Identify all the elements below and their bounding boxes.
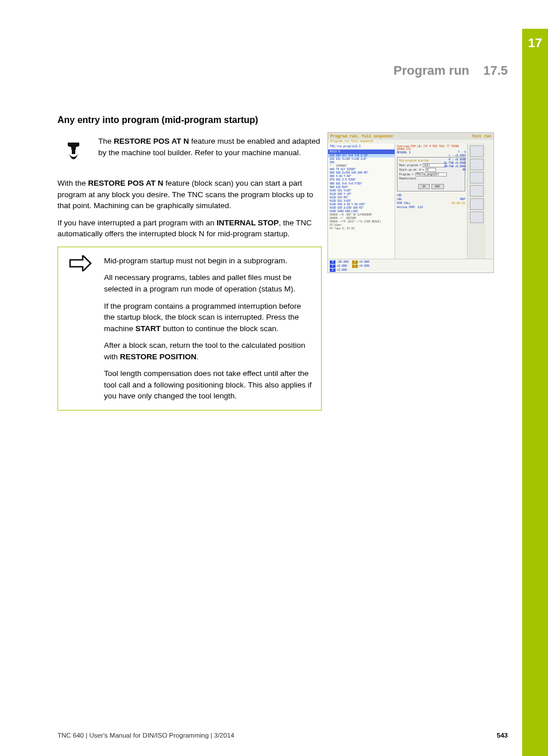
note-item: If the program contains a programmed int… — [104, 301, 313, 335]
note-item: Mid-program startup must not begin in a … — [104, 255, 313, 267]
cnc-screenshot: Program run, full sequence Test run Prog… — [327, 132, 494, 273]
machine-note-text: The RESTORE POS AT N feature must be ena… — [98, 136, 322, 158]
ss-panel-icon[interactable] — [470, 159, 484, 170]
coord-x: -30.000 — [337, 260, 349, 264]
paragraph: If you have interrupted a part program w… — [57, 217, 322, 240]
ss-line: FF 7ime 0: 07:02 — [328, 227, 395, 231]
coord-c: +0.000 — [359, 264, 369, 268]
ss-program-list: TNC:\nc_prog\113.I %113 G N10 G30 G17 X+… — [328, 144, 395, 259]
text: With the — [57, 179, 88, 187]
text-bold: RESTORE POSITION — [120, 352, 196, 361]
ss-subtitle: Program run full sequence — [328, 140, 493, 144]
ss-panel-icon[interactable] — [470, 185, 484, 197]
ss-startup-input[interactable] — [426, 168, 436, 172]
page-footer: TNC 640 | User's Manual for DIN/ISO Prog… — [57, 732, 508, 739]
ss-main-input[interactable] — [423, 163, 446, 167]
text: If you have interrupted a part program w… — [57, 218, 217, 227]
ss-title-left: Program run, full sequence — [330, 134, 393, 139]
ss-highlight: %113 G — [328, 149, 395, 154]
note-text: Mid-program startup must not begin in a … — [104, 255, 313, 402]
feature-name: RESTORE POS AT N — [88, 179, 163, 187]
label: Program — [399, 173, 410, 176]
chapter-tab: 17 — [522, 29, 548, 57]
running-head-title: Program run — [393, 63, 469, 78]
ss-panel-icon[interactable] — [470, 145, 484, 157]
ss-prog-input[interactable] — [415, 172, 447, 176]
note-item: Tool length compensation does not take e… — [104, 368, 313, 402]
section-heading: Any entry into program (mid-program star… — [57, 115, 322, 125]
ss-panel-icon[interactable] — [470, 172, 484, 183]
main-content: Any entry into program (mid-program star… — [57, 115, 322, 410]
feature-name: RESTORE POS AT N — [114, 137, 189, 145]
text: The — [98, 137, 114, 145]
text: LBL — [397, 194, 402, 197]
ss-title-right: Test run — [472, 134, 491, 139]
ss-panel-icon[interactable] — [470, 212, 484, 223]
text: PGM CALL — [397, 202, 411, 205]
machine-note: The RESTORE POS AT N feature must be ena… — [57, 136, 322, 167]
paragraph: With the RESTORE POS AT N feature (block… — [57, 178, 322, 212]
ss-titlebar: Program run, full sequence Test run — [328, 133, 493, 140]
label: Start-up at: N = — [399, 168, 424, 171]
note-item: All necessary programs, tables and palle… — [104, 272, 313, 294]
text: RFNOML X — [397, 151, 411, 155]
note-item: After a block scan, return the tool to t… — [104, 340, 313, 362]
text: M5 — [444, 168, 466, 172]
feature-name: INTERNAL STOP — [217, 218, 279, 227]
text-bold: START — [136, 324, 161, 333]
ss-ok-button[interactable]: OK — [418, 184, 429, 189]
text: button to continue the block scan. — [161, 324, 279, 333]
label: Repetitions — [399, 177, 416, 180]
arrow-right-icon — [66, 255, 95, 402]
text: Active PGM: 113 — [397, 206, 423, 209]
svg-rect-0 — [72, 149, 75, 154]
text: 00:00:01 — [451, 202, 465, 205]
footer-text: TNC 640 | User's Manual for DIN/ISO Prog… — [57, 732, 234, 739]
coord-a: +0.000 — [359, 260, 369, 264]
note-box: Mid-program startup must not begin in a … — [57, 247, 322, 410]
ss-panel-icon[interactable] — [470, 198, 484, 210]
label: Main program — [399, 164, 418, 167]
side-strip — [522, 57, 548, 756]
machine-icon — [57, 136, 89, 167]
ss-overview-panel: Overview PGM LBL CYC M POS TOOL TT TRANS… — [395, 144, 467, 259]
ss-right-panel — [467, 144, 485, 259]
ss-coords: X-30.000 Y+0.000 Z+2.000 A+0.000 C+0.000 — [328, 259, 493, 273]
coord-y: +0.000 — [337, 264, 347, 268]
text: REP — [460, 198, 465, 201]
coord-z: +2.000 — [337, 268, 347, 272]
page-number: 543 — [497, 732, 508, 739]
running-head-section: 17.5 — [483, 63, 508, 78]
ss-path: TNC:\nc_prog\113.I — [328, 144, 395, 149]
text: LBL — [397, 198, 402, 201]
ss-end-button[interactable]: END — [431, 184, 444, 189]
running-head: Program run 17.5 — [393, 63, 508, 78]
text: . — [196, 352, 199, 361]
ss-ov-cols: Overview PGM LBL CYC M POS TOOL TT TRANS… — [397, 145, 465, 151]
